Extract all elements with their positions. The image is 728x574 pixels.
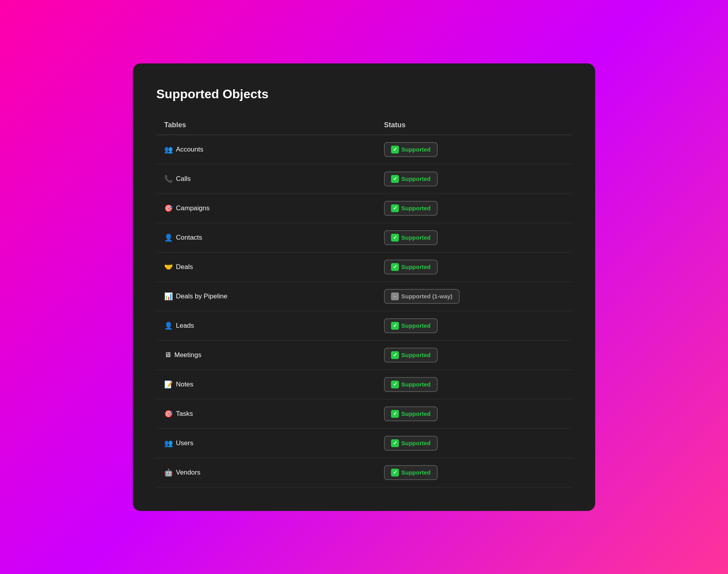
main-window: Supported Objects Tables Status 👥Account…: [133, 63, 595, 511]
row-name: 📞Calls: [164, 175, 384, 183]
supported-badge: ✓Supported: [384, 318, 438, 333]
row-name: 👥Users: [164, 439, 384, 448]
check-icon: ✓: [391, 146, 399, 153]
table-row: 👥Users✓Supported: [156, 429, 572, 458]
check-icon: ✓: [391, 410, 399, 418]
row-label: Calls: [176, 175, 191, 183]
table-row: 🤖Vendors✓Supported: [156, 458, 572, 487]
check-icon: ✓: [391, 234, 399, 242]
row-label: Deals: [176, 263, 193, 271]
row-status: ✓Supported: [384, 142, 564, 157]
row-label: Deals by Pipeline: [176, 292, 227, 300]
table-row: 📝Notes✓Supported: [156, 370, 572, 399]
badge-label: Supported: [401, 264, 431, 270]
row-label: Leads: [176, 322, 194, 330]
check-icon: ✓: [391, 439, 399, 447]
badge-label: Supported: [401, 352, 431, 358]
supported-badge: ✓Supported: [384, 230, 438, 245]
row-emoji: 👤: [164, 321, 173, 330]
badge-label: Supported: [401, 175, 431, 182]
row-status: ✓Supported: [384, 377, 564, 392]
row-status: ✓Supported: [384, 465, 564, 480]
table-header: Tables Status: [156, 117, 572, 135]
row-status: →Supported (1-way): [384, 289, 564, 304]
column-header-status: Status: [384, 121, 564, 129]
badge-label: Supported: [401, 146, 431, 153]
supported-badge: ✓Supported: [384, 171, 438, 186]
row-emoji: 📝: [164, 380, 173, 389]
badge-label: Supported: [401, 469, 431, 476]
row-name: 📊Deals by Pipeline: [164, 292, 384, 301]
row-name: 👤Contacts: [164, 233, 384, 242]
supported-badge: ✓Supported: [384, 377, 438, 392]
badge-label: Supported (1-way): [401, 293, 453, 300]
row-name: 📝Notes: [164, 380, 384, 389]
row-label: Accounts: [176, 146, 203, 153]
table-row: 🎯Campaigns✓Supported: [156, 194, 572, 223]
table-row: 🖥Meetings✓Supported: [156, 341, 572, 370]
check-icon: ✓: [391, 263, 399, 271]
row-status: ✓Supported: [384, 348, 564, 363]
badge-label: Supported: [401, 205, 431, 211]
oneway-badge: →Supported (1-way): [384, 289, 460, 304]
table-row: 📊Deals by Pipeline→Supported (1-way): [156, 282, 572, 311]
table-row: 🎯Tasks✓Supported: [156, 399, 572, 429]
row-status: ✓Supported: [384, 260, 564, 274]
table-row: 👥Accounts✓Supported: [156, 135, 572, 164]
check-icon: ✓: [391, 469, 399, 477]
check-icon: ✓: [391, 381, 399, 388]
row-label: Contacts: [176, 234, 202, 242]
row-label: Meetings: [174, 351, 201, 359]
row-emoji: 🎯: [164, 204, 173, 213]
row-name: 🎯Campaigns: [164, 204, 384, 213]
row-status: ✓Supported: [384, 436, 564, 451]
row-label: Campaigns: [176, 204, 210, 212]
badge-label: Supported: [401, 440, 431, 446]
row-emoji: 🤝: [164, 263, 173, 271]
row-label: Tasks: [176, 410, 193, 418]
supported-objects-table: Tables Status 👥Accounts✓Supported📞Calls✓…: [156, 117, 572, 487]
table-body: 👥Accounts✓Supported📞Calls✓Supported🎯Camp…: [156, 135, 572, 487]
row-name: 👥Accounts: [164, 145, 384, 154]
supported-badge: ✓Supported: [384, 465, 438, 480]
badge-label: Supported: [401, 381, 431, 388]
check-icon: ✓: [391, 322, 399, 330]
row-name: 👤Leads: [164, 321, 384, 330]
row-status: ✓Supported: [384, 318, 564, 333]
row-emoji: 👤: [164, 233, 173, 242]
badge-label: Supported: [401, 322, 431, 329]
row-emoji: 👥: [164, 145, 173, 154]
check-icon: ✓: [391, 351, 399, 359]
row-emoji: 👥: [164, 439, 173, 448]
check-icon: ✓: [391, 175, 399, 183]
supported-badge: ✓Supported: [384, 436, 438, 451]
supported-badge: ✓Supported: [384, 260, 438, 274]
row-status: ✓Supported: [384, 406, 564, 421]
row-label: Notes: [176, 381, 193, 388]
row-emoji: 📊: [164, 292, 173, 301]
badge-label: Supported: [401, 410, 431, 417]
row-emoji: 📞: [164, 175, 173, 183]
table-row: 📞Calls✓Supported: [156, 164, 572, 194]
oneway-icon: →: [391, 292, 399, 300]
row-emoji: 🖥: [164, 351, 171, 359]
row-emoji: 🎯: [164, 410, 173, 418]
supported-badge: ✓Supported: [384, 348, 438, 363]
check-icon: ✓: [391, 204, 399, 212]
row-emoji: 🤖: [164, 468, 173, 477]
row-name: 🤝Deals: [164, 263, 384, 271]
row-status: ✓Supported: [384, 201, 564, 216]
row-name: 🖥Meetings: [164, 351, 384, 359]
column-header-tables: Tables: [164, 121, 384, 129]
row-name: 🤖Vendors: [164, 468, 384, 477]
table-row: 👤Leads✓Supported: [156, 311, 572, 341]
table-row: 👤Contacts✓Supported: [156, 223, 572, 253]
row-status: ✓Supported: [384, 230, 564, 245]
table-row: 🤝Deals✓Supported: [156, 253, 572, 282]
badge-label: Supported: [401, 234, 431, 241]
row-label: Users: [176, 439, 193, 447]
row-status: ✓Supported: [384, 171, 564, 186]
page-title: Supported Objects: [156, 87, 572, 101]
supported-badge: ✓Supported: [384, 201, 438, 216]
row-label: Vendors: [176, 469, 200, 477]
